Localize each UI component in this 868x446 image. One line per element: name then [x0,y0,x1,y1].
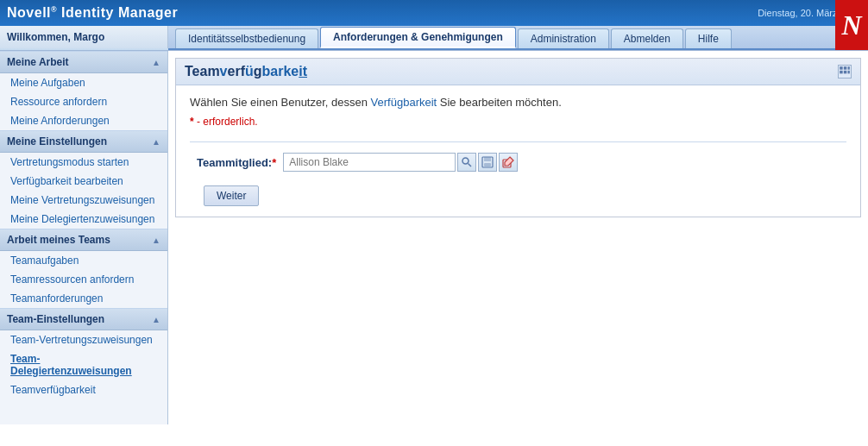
product-name: Identity Manager [61,5,178,20]
content-title-icons [838,65,852,79]
nav-tabs: Identitätsselbstbedienung Anforderungen … [168,26,868,50]
tab-abmelden[interactable]: Abmelden [611,28,683,48]
sidebar-section-meine-einstellungen: Meine Einstellungen ▲ [0,130,167,153]
sidebar-item-teamanforderungen[interactable]: Teamanforderungen [0,289,167,308]
svg-rect-5 [848,71,850,74]
content-area: Teamverfügbarkeit [168,51,868,424]
header: Novell® Identity Manager Dienstag, 20. M… [0,0,868,26]
sidebar-section-arbeit-meines-teams: Arbeit meines Teams ▲ [0,229,167,251]
weiter-button[interactable]: Weiter [204,185,259,206]
sidebar-item-meine-delegiertenzuweisungen[interactable]: Meine Delegiertenzuweisungen [0,210,167,229]
sidebar-item-team-vertretungszuweisungen[interactable]: Team-Vertretungszuweisungen [0,330,167,349]
reg-symbol: ® [51,5,57,14]
save-button[interactable] [478,153,497,172]
svg-point-6 [462,158,469,164]
sidebar-item-verfuegbarkeit-bearbeiten[interactable]: Verfügbarkeit bearbeiten [0,172,167,191]
collapse-icon-team-einstellungen[interactable]: ▲ [152,315,160,324]
sidebar-item-meine-anforderungen[interactable]: Meine Anforderungen [0,111,167,130]
tab-anforderungen[interactable]: Anforderungen & Genehmigungen [320,27,516,48]
collapse-icon-meine-einstellungen[interactable]: ▲ [152,137,160,147]
collapse-icon-arbeit-meines-teams[interactable]: ▲ [152,236,160,245]
svg-rect-2 [848,66,850,70]
sidebar-item-teamaufgaben[interactable]: Teamaufgaben [0,251,167,270]
content-title: Teamverfügbarkeit [185,64,307,79]
sidebar-item-teamressourcen-anfordern[interactable]: Teamressourcen anfordern [0,270,167,289]
novell-n-letter: N [841,11,861,39]
svg-line-7 [469,164,472,167]
sidebar-item-meine-vertretungszuweisungen[interactable]: Meine Vertretungszuweisungen [0,191,167,210]
content-body: Wählen Sie einen Benutzer, dessen Verfüg… [176,85,860,217]
svg-rect-10 [484,163,491,166]
main-layout: Meine Arbeit ▲ Meine Aufgaben Ressource … [0,51,868,424]
required-star: * [272,156,276,169]
sidebar: Meine Arbeit ▲ Meine Aufgaben Ressource … [0,51,168,424]
content-inner: Teamverfügbarkeit [175,58,861,217]
grid-icon[interactable] [838,65,852,79]
edit-button[interactable] [499,153,518,172]
sidebar-item-meine-aufgaben[interactable]: Meine Aufgaben [0,73,167,92]
sidebar-item-vertretungsmodus-starten[interactable]: Vertretungsmodus starten [0,153,167,172]
sidebar-section-team-einstellungen-label: Team-Einstellungen [7,313,104,325]
collapse-icon-meine-arbeit[interactable]: ▲ [152,58,160,67]
svg-rect-4 [844,71,847,74]
novell-text: Novell [7,5,51,20]
header-logo-text: Novell® Identity Manager [7,5,178,21]
form-label: Teammitglied:* [197,156,276,169]
novell-n-logo: N [835,0,868,50]
highlight-text: Verfügbarkeit [371,96,437,109]
svg-rect-3 [840,71,843,74]
welcome-bar: Willkommen, Margo [0,26,168,48]
content-title-bar: Teamverfügbarkeit [176,59,860,85]
header-logo: Novell® Identity Manager [7,5,178,21]
form-row: Teammitglied:* [190,153,846,172]
sidebar-section-team-einstellungen: Team-Einstellungen ▲ [0,308,167,330]
instruction-text: Wählen Sie einen Benutzer, dessen Verfüg… [190,96,846,109]
tab-selbst[interactable]: Identitätsselbstbedienung [175,28,318,48]
teammember-input[interactable] [283,153,456,172]
weiter-row: Weiter [190,185,846,206]
sidebar-item-teamverfuegbarkeit[interactable]: Teamverfügbarkeit [0,380,167,399]
sidebar-section-meine-arbeit: Meine Arbeit ▲ [0,51,167,73]
sidebar-section-meine-arbeit-label: Meine Arbeit [7,56,69,68]
required-note: * - erforderlich. [190,116,846,128]
sidebar-item-ressource-anfordern[interactable]: Ressource anfordern [0,92,167,111]
welcome-text: Willkommen, Margo [7,31,104,43]
tab-administration[interactable]: Administration [518,28,609,48]
sidebar-section-meine-einstellungen-label: Meine Einstellungen [7,135,107,148]
sidebar-section-arbeit-meines-teams-label: Arbeit meines Teams [7,234,110,246]
search-button[interactable] [457,153,476,172]
svg-rect-0 [840,66,843,70]
sidebar-item-team-delegiertenzuweisungen[interactable]: Team-Delegiertenzuweisungen [0,349,167,380]
tab-hilfe[interactable]: Hilfe [685,28,732,48]
svg-rect-9 [484,157,491,161]
svg-rect-1 [844,66,847,70]
separator [190,141,846,142]
